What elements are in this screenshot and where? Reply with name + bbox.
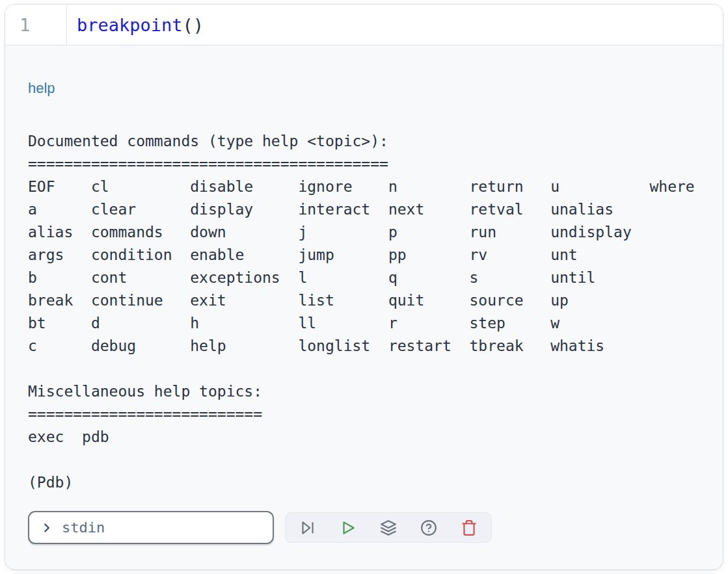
skip-forward-icon — [299, 519, 316, 536]
pdb-help-output: Documented commands (type help <topic>):… — [28, 130, 700, 494]
step-next-button[interactable] — [299, 519, 317, 537]
line-number: 1 — [20, 15, 30, 35]
line-number-gutter: 1 — [5, 5, 67, 45]
code-token-function: breakpoint — [77, 15, 183, 35]
stack-button[interactable] — [379, 519, 398, 537]
clear-button[interactable] — [460, 519, 478, 537]
stdin-input[interactable] — [61, 519, 265, 536]
stdin-input-container[interactable] — [28, 511, 274, 544]
command-echo: help — [28, 79, 700, 98]
output-panel: help Documented commands (type help <top… — [5, 46, 723, 511]
play-icon — [340, 519, 357, 536]
chevron-right-icon — [40, 521, 54, 535]
trash-icon — [461, 519, 478, 536]
code-editor[interactable]: 1 breakpoint() — [5, 5, 723, 46]
run-button[interactable] — [339, 519, 357, 537]
code-token-parens: () — [183, 15, 204, 35]
help-button[interactable] — [420, 519, 438, 537]
toolbar — [285, 512, 492, 543]
footer-controls — [5, 511, 723, 569]
code-runner-widget: 1 breakpoint() help Documented commands … — [5, 4, 723, 570]
code-line[interactable]: breakpoint() — [67, 5, 204, 45]
layers-icon — [380, 519, 397, 536]
help-circle-icon — [420, 519, 437, 536]
